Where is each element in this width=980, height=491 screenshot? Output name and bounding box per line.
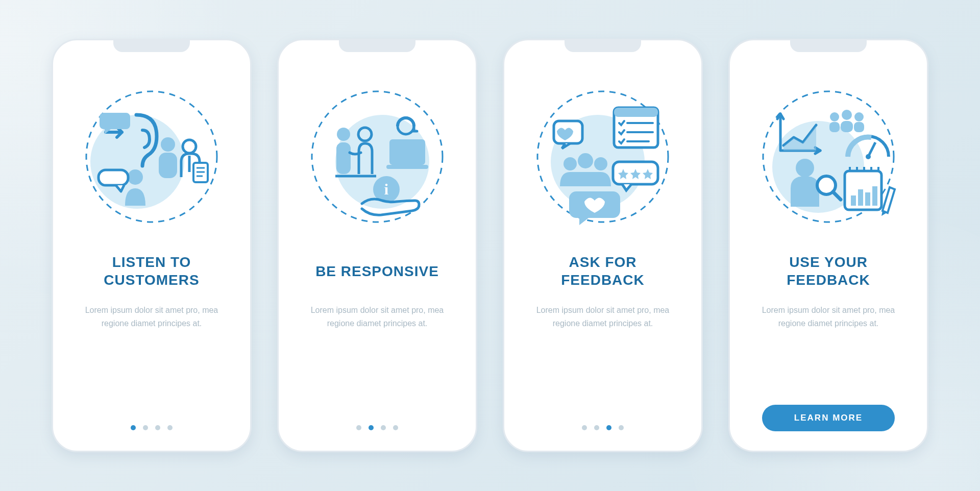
svg-rect-55 (858, 189, 863, 206)
phone-notch (339, 39, 415, 52)
dot-4[interactable] (393, 425, 398, 430)
svg-point-37 (830, 112, 839, 121)
screen-title: USE YOUR FEEDBACK (787, 253, 870, 289)
screen-description: Lorem ipsum dolor sit amet pro, mea regi… (301, 304, 454, 330)
dot-1[interactable] (131, 425, 136, 430)
screen-title: LISTEN TO CUSTOMERS (104, 253, 199, 289)
ask-feedback-illustration (531, 85, 674, 228)
svg-point-2 (161, 137, 175, 152)
svg-point-31 (564, 157, 577, 170)
dot-2[interactable] (369, 425, 374, 430)
phone-notch (113, 39, 190, 52)
svg-point-41 (854, 112, 864, 121)
svg-point-45 (796, 159, 814, 177)
svg-point-10 (128, 169, 143, 185)
dot-3[interactable] (606, 425, 611, 430)
dot-4[interactable] (619, 425, 624, 430)
be-responsive-illustration: i (306, 85, 449, 228)
svg-point-4 (183, 140, 196, 153)
svg-rect-18 (336, 142, 351, 174)
svg-rect-38 (829, 122, 840, 132)
screen-description: Lorem ipsum dolor sit amet pro, mea regi… (526, 304, 679, 330)
screen-description: Lorem ipsum dolor sit amet pro, mea regi… (752, 304, 905, 330)
svg-rect-54 (851, 195, 856, 206)
svg-rect-15 (389, 139, 425, 165)
page-indicator (356, 425, 398, 434)
svg-rect-56 (865, 192, 870, 206)
onboarding-screen-1: LISTEN TO CUSTOMERS Lorem ipsum dolor si… (52, 39, 252, 452)
dot-3[interactable] (155, 425, 160, 430)
dot-1[interactable] (582, 425, 587, 430)
phone-notch (790, 39, 867, 52)
onboarding-screen-4: USE YOUR FEEDBACK Lorem ipsum dolor sit … (728, 39, 928, 452)
svg-point-17 (337, 128, 350, 141)
svg-text:i: i (384, 181, 388, 198)
svg-point-32 (578, 153, 593, 168)
use-feedback-illustration (757, 85, 900, 228)
svg-rect-11 (99, 170, 128, 185)
svg-rect-16 (386, 165, 428, 169)
page-indicator (131, 425, 173, 434)
screen-title: ASK FOR FEEDBACK (561, 253, 645, 289)
svg-point-33 (594, 157, 607, 170)
listen-customers-illustration (80, 85, 223, 228)
svg-rect-40 (841, 121, 853, 132)
svg-rect-26 (614, 108, 658, 117)
screen-title: BE RESPONSIVE (315, 253, 439, 289)
dot-4[interactable] (167, 425, 173, 430)
svg-rect-3 (159, 153, 177, 178)
screen-description: Lorem ipsum dolor sit amet pro, mea regi… (75, 304, 228, 330)
dot-2[interactable] (594, 425, 599, 430)
learn-more-button[interactable]: LEARN MORE (762, 405, 895, 431)
phone-notch (565, 39, 641, 52)
dot-2[interactable] (143, 425, 148, 430)
svg-rect-42 (854, 122, 864, 132)
svg-rect-57 (872, 186, 877, 206)
page-indicator (582, 425, 624, 434)
onboarding-screen-2: i BE RESPONSIVE Lorem ipsum dolor sit am… (277, 39, 477, 452)
dot-1[interactable] (356, 425, 361, 430)
svg-point-39 (842, 110, 852, 120)
svg-point-44 (866, 154, 871, 159)
dot-3[interactable] (381, 425, 386, 430)
onboarding-screen-3: ASK FOR FEEDBACK Lorem ipsum dolor sit a… (503, 39, 703, 452)
